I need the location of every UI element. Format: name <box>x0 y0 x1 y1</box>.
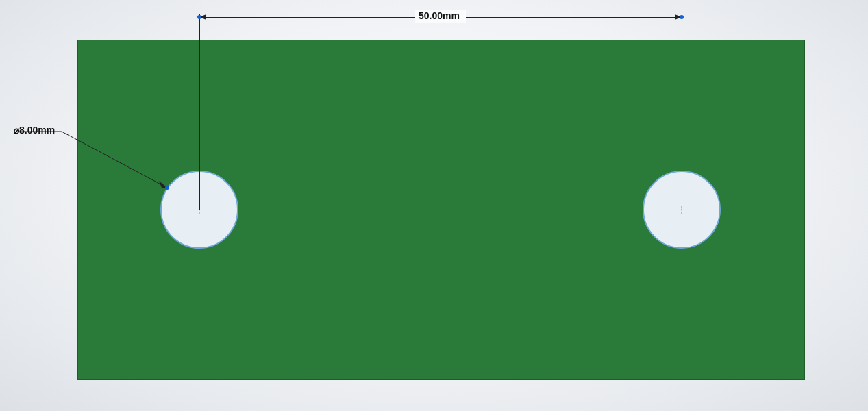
dim-label-diameter[interactable]: ⌀8.00mm <box>14 125 55 136</box>
svg-line-1 <box>62 132 167 188</box>
diameter-leader <box>0 0 868 411</box>
cad-viewport: 50.00mm ⌀8.00mm <box>0 0 868 411</box>
diameter-leader-node[interactable] <box>165 186 169 190</box>
